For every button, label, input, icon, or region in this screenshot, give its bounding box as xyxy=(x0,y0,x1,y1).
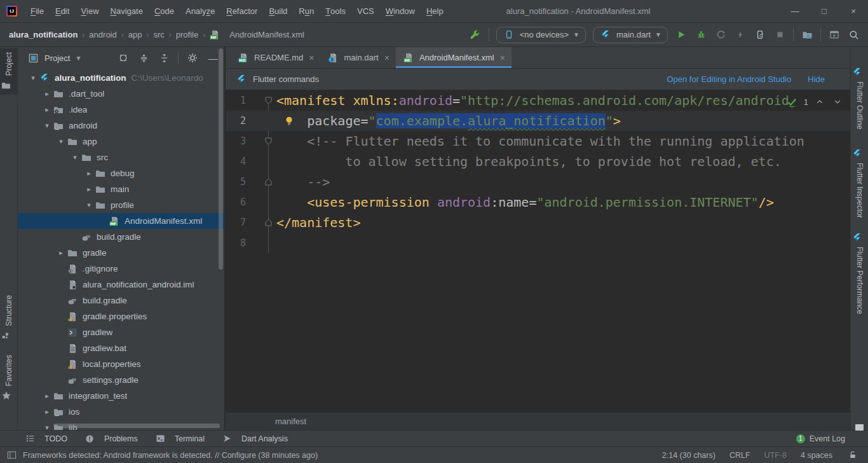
tab-androidmanifest-xml[interactable]: MFAndroidManifest.xml× xyxy=(396,47,512,68)
indent-setting[interactable]: 4 spaces xyxy=(801,451,832,460)
next-problem-icon[interactable] xyxy=(831,95,844,108)
hide-banner-link[interactable]: Hide xyxy=(808,74,825,84)
breadcrumb-item[interactable]: app xyxy=(128,30,142,39)
project-view-icon[interactable] xyxy=(27,52,39,64)
debug-button[interactable] xyxy=(695,29,707,41)
tree-item-build-gradle[interactable]: build.gradle xyxy=(18,293,224,308)
tree-chevron-icon[interactable]: ▾ xyxy=(83,201,95,209)
breadcrumb-item[interactable]: AndroidManifest.xml xyxy=(229,30,304,39)
tree-item-android[interactable]: ▾android xyxy=(18,118,224,134)
event-log-button[interactable]: Event Log xyxy=(810,434,845,443)
breadcrumb-item[interactable]: profile xyxy=(176,30,198,39)
menu-view[interactable]: View xyxy=(75,0,104,22)
tree-item--idea[interactable]: ▸.idea xyxy=(18,102,224,118)
settings-gear-icon[interactable] xyxy=(186,52,199,64)
tree-chevron-icon[interactable]: ▾ xyxy=(55,137,67,146)
tool-stripe-flutter-performance[interactable]: Flutter Performance xyxy=(851,228,868,318)
status-message[interactable]: Frameworks detected: Android framework i… xyxy=(23,451,318,460)
fold-marker-icon[interactable] xyxy=(265,137,272,147)
tool-window-button-dart-analysis[interactable]: Dart Analysis xyxy=(222,434,288,444)
caret-position[interactable]: 2:14 (30 chars) xyxy=(662,451,715,460)
tree-item-profile[interactable]: ▾profile xyxy=(18,197,224,213)
tree-item-gradlew[interactable]: gradlew xyxy=(18,324,224,340)
unlock-icon[interactable] xyxy=(846,449,859,462)
tree-item-settings-gradle[interactable]: settings.gradle xyxy=(18,372,224,388)
breadcrumb-item[interactable]: android xyxy=(89,30,116,39)
tree-chevron-icon[interactable]: ▸ xyxy=(41,408,53,416)
tab-main-dart[interactable]: main.dart× xyxy=(320,47,395,68)
tree-item-integration-test[interactable]: ▸integration_test xyxy=(18,388,224,404)
tree-item-gradlew-bat[interactable]: gradlew.bat xyxy=(18,340,224,356)
tree-item-src[interactable]: ▾src xyxy=(18,149,224,165)
fold-marker-icon[interactable] xyxy=(265,219,272,228)
file-encoding[interactable]: UTF-8 xyxy=(764,451,787,460)
tree-item-build-gradle[interactable]: build.gradle xyxy=(18,229,224,245)
tool-window-toggle-icon[interactable] xyxy=(5,449,18,462)
tree-item-local-properties[interactable]: local.properties xyxy=(18,356,224,372)
tree-chevron-icon[interactable]: ▸ xyxy=(83,185,95,193)
run-configuration-selector[interactable]: main.dart ▼ xyxy=(593,27,668,43)
tool-window-button-problems[interactable]: Problems xyxy=(85,434,138,444)
profiler-button[interactable] xyxy=(714,29,727,41)
fold-marker-icon[interactable] xyxy=(265,97,272,106)
close-icon[interactable]: × xyxy=(309,53,314,63)
run-button[interactable] xyxy=(675,29,688,41)
fold-marker-icon[interactable] xyxy=(265,178,272,188)
flutter-wrench-icon[interactable] xyxy=(469,29,482,41)
menu-tools[interactable]: Tools xyxy=(320,0,351,22)
menu-navigate[interactable]: Navigate xyxy=(105,0,149,22)
tree-item--gitignore[interactable]: .gitignore xyxy=(18,261,224,277)
line-ending[interactable]: CRLF xyxy=(729,451,750,460)
menu-code[interactable]: Code xyxy=(149,0,180,22)
prev-problem-icon[interactable] xyxy=(813,95,826,108)
tree-chevron-icon[interactable]: ▸ xyxy=(41,90,53,98)
tree-chevron-icon[interactable]: ▸ xyxy=(41,106,53,114)
tree-item-androidmanifest-xml[interactable]: MFAndroidManifest.xml xyxy=(18,213,224,229)
tab-readme-md[interactable]: MDREADME.md× xyxy=(231,47,320,68)
expand-all-icon[interactable] xyxy=(137,52,150,64)
menu-vcs[interactable]: VCS xyxy=(351,0,380,22)
menu-run[interactable]: Run xyxy=(293,0,320,22)
close-icon[interactable]: × xyxy=(384,53,390,63)
horizontal-scrollbar[interactable] xyxy=(53,424,220,428)
breadcrumb-item[interactable]: src xyxy=(153,30,164,39)
tree-item-gradle[interactable]: ▸gradle xyxy=(18,245,224,261)
inspections-ok-icon[interactable] xyxy=(786,95,799,108)
tree-chevron-icon[interactable]: ▾ xyxy=(69,153,81,162)
menu-file[interactable]: File xyxy=(25,0,50,22)
project-panel-title[interactable]: Project xyxy=(44,53,70,63)
tree-chevron-icon[interactable]: ▸ xyxy=(41,392,53,400)
close-icon[interactable]: × xyxy=(500,53,505,63)
device-selector[interactable]: <no devices> ▼ xyxy=(496,27,586,43)
hot-reload-icon[interactable] xyxy=(734,29,747,41)
tree-chevron-icon[interactable]: ▾ xyxy=(41,121,53,130)
avd-manager-icon[interactable] xyxy=(828,29,841,41)
tree-chevron-icon[interactable]: ▸ xyxy=(83,169,95,177)
scrollbar-corner[interactable] xyxy=(855,424,864,431)
menu-build[interactable]: Build xyxy=(263,0,293,22)
minimize-button[interactable]: — xyxy=(780,0,810,22)
menu-analyze[interactable]: Analyze xyxy=(180,0,220,22)
locate-file-icon[interactable] xyxy=(117,52,130,64)
code-editor[interactable]: 1<manifest xmlns:android="http://schemas… xyxy=(226,90,850,412)
hide-panel-icon[interactable]: — xyxy=(207,52,219,64)
tool-window-button-todo[interactable]: TODO xyxy=(25,434,67,444)
tree-item--dart-tool[interactable]: ▸.dart_tool xyxy=(18,86,224,102)
tree-item-ios[interactable]: ▸ios xyxy=(18,404,224,420)
breadcrumb-item[interactable]: alura_notification xyxy=(9,30,78,39)
vertical-scrollbar[interactable] xyxy=(219,48,223,270)
search-everywhere-icon[interactable] xyxy=(848,29,860,41)
maximize-button[interactable]: □ xyxy=(810,0,839,22)
open-in-android-studio-link[interactable]: Open for Editing in Android Studio xyxy=(667,74,791,84)
chevron-down-icon[interactable]: ▼ xyxy=(75,55,81,62)
tool-stripe-flutter-inspector[interactable]: Flutter Inspector xyxy=(851,144,868,222)
tree-chevron-icon[interactable]: ▾ xyxy=(41,424,53,430)
breadcrumb-manifest[interactable]: manifest xyxy=(275,417,306,426)
tool-stripe-project[interactable]: Project xyxy=(0,48,17,95)
tree-item-gradle-properties[interactable]: gradle.properties xyxy=(18,308,224,324)
tree-item-alura-notification[interactable]: ▾alura_notificationC:\Users\Leonardo xyxy=(18,70,224,86)
tree-item-main[interactable]: ▸main xyxy=(18,181,224,197)
close-button[interactable]: × xyxy=(839,0,868,22)
tool-stripe-flutter-outline[interactable]: Flutter Outline xyxy=(851,62,868,133)
stop-button[interactable] xyxy=(773,29,786,41)
